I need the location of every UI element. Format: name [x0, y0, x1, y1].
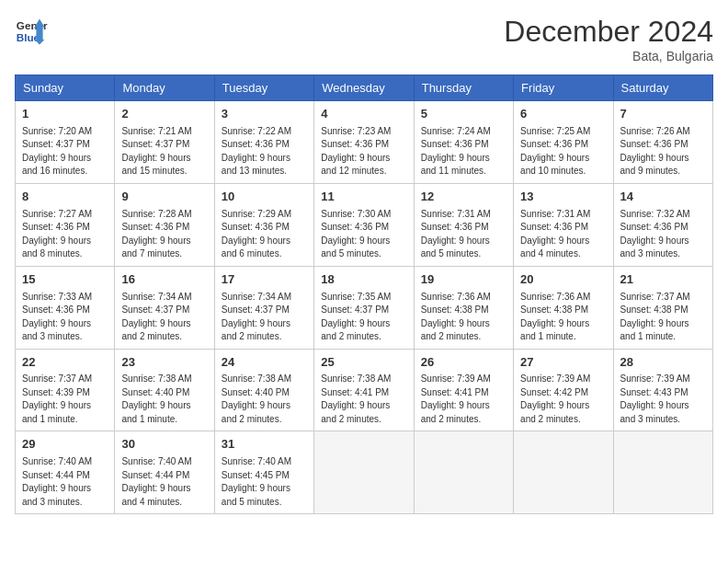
day-number: 2: [121, 106, 207, 123]
day-number: 28: [620, 354, 706, 372]
calendar-week-5: 29Sunrise: 7:40 AMSunset: 4:44 PMDayligh…: [16, 431, 713, 514]
calendar-cell: 2Sunrise: 7:21 AMSunset: 4:37 PMDaylight…: [115, 101, 214, 184]
day-info: Sunrise: 7:23 AMSunset: 4:36 PMDaylight:…: [321, 125, 406, 178]
calendar-cell: 25Sunrise: 7:38 AMSunset: 4:41 PMDayligh…: [314, 349, 414, 431]
day-number: 4: [321, 106, 406, 123]
day-info: Sunrise: 7:39 AMSunset: 4:43 PMDaylight:…: [620, 373, 706, 426]
weekday-header-saturday: Saturday: [613, 75, 712, 101]
day-info: Sunrise: 7:30 AMSunset: 4:36 PMDaylight:…: [321, 208, 406, 261]
day-number: 27: [520, 354, 606, 372]
day-info: Sunrise: 7:32 AMSunset: 4:36 PMDaylight:…: [620, 208, 706, 261]
day-info: Sunrise: 7:34 AMSunset: 4:37 PMDaylight:…: [121, 291, 207, 344]
weekday-header-friday: Friday: [514, 75, 613, 101]
weekday-header-tuesday: Tuesday: [214, 75, 313, 101]
calendar-week-2: 8Sunrise: 7:27 AMSunset: 4:36 PMDaylight…: [16, 183, 713, 266]
day-info: Sunrise: 7:33 AMSunset: 4:36 PMDaylight:…: [22, 291, 108, 344]
calendar-cell: 22Sunrise: 7:37 AMSunset: 4:39 PMDayligh…: [16, 349, 115, 431]
calendar-week-4: 22Sunrise: 7:37 AMSunset: 4:39 PMDayligh…: [16, 349, 713, 431]
calendar-cell: 1Sunrise: 7:20 AMSunset: 4:37 PMDaylight…: [16, 101, 115, 184]
weekday-header-wednesday: Wednesday: [314, 75, 414, 101]
title-area: December 2024 Bata, Bulgaria: [504, 15, 713, 63]
day-info: Sunrise: 7:37 AMSunset: 4:39 PMDaylight:…: [22, 373, 108, 426]
day-number: 1: [22, 106, 108, 123]
day-info: Sunrise: 7:26 AMSunset: 4:36 PMDaylight:…: [620, 125, 706, 178]
weekday-header-sunday: Sunday: [16, 75, 115, 101]
day-number: 8: [22, 189, 108, 206]
calendar-cell: [314, 431, 414, 514]
day-info: Sunrise: 7:25 AMSunset: 4:36 PMDaylight:…: [520, 125, 606, 178]
calendar-cell: 29Sunrise: 7:40 AMSunset: 4:44 PMDayligh…: [16, 431, 115, 514]
calendar-week-1: 1Sunrise: 7:20 AMSunset: 4:37 PMDaylight…: [16, 101, 713, 184]
calendar-cell: 8Sunrise: 7:27 AMSunset: 4:36 PMDaylight…: [16, 183, 115, 266]
calendar-cell: 23Sunrise: 7:38 AMSunset: 4:40 PMDayligh…: [115, 349, 214, 431]
page-header: General Blue December 2024 Bata, Bulgari…: [15, 15, 713, 63]
day-info: Sunrise: 7:37 AMSunset: 4:38 PMDaylight:…: [620, 291, 706, 344]
day-info: Sunrise: 7:27 AMSunset: 4:36 PMDaylight:…: [22, 208, 108, 261]
day-info: Sunrise: 7:34 AMSunset: 4:37 PMDaylight:…: [222, 291, 307, 344]
day-info: Sunrise: 7:29 AMSunset: 4:36 PMDaylight:…: [222, 208, 307, 261]
calendar-cell: 11Sunrise: 7:30 AMSunset: 4:36 PMDayligh…: [314, 183, 414, 266]
day-info: Sunrise: 7:28 AMSunset: 4:36 PMDaylight:…: [121, 208, 207, 261]
day-info: Sunrise: 7:38 AMSunset: 4:40 PMDaylight:…: [121, 373, 207, 426]
day-number: 14: [620, 189, 706, 206]
day-number: 26: [421, 354, 506, 372]
calendar-cell: 19Sunrise: 7:36 AMSunset: 4:38 PMDayligh…: [414, 266, 513, 349]
calendar-cell: 9Sunrise: 7:28 AMSunset: 4:36 PMDaylight…: [115, 183, 214, 266]
weekday-header-monday: Monday: [115, 75, 214, 101]
day-number: 12: [421, 189, 506, 206]
calendar-cell: 17Sunrise: 7:34 AMSunset: 4:37 PMDayligh…: [214, 266, 313, 349]
day-info: Sunrise: 7:36 AMSunset: 4:38 PMDaylight:…: [421, 291, 506, 344]
logo-icon: General Blue: [15, 15, 48, 48]
day-number: 5: [421, 106, 506, 123]
calendar-cell: 10Sunrise: 7:29 AMSunset: 4:36 PMDayligh…: [214, 183, 313, 266]
calendar-cell: 26Sunrise: 7:39 AMSunset: 4:41 PMDayligh…: [414, 349, 513, 431]
calendar-cell: 28Sunrise: 7:39 AMSunset: 4:43 PMDayligh…: [613, 349, 712, 431]
day-info: Sunrise: 7:36 AMSunset: 4:38 PMDaylight:…: [520, 291, 606, 344]
day-info: Sunrise: 7:40 AMSunset: 4:44 PMDaylight:…: [121, 455, 207, 509]
calendar-cell: 30Sunrise: 7:40 AMSunset: 4:44 PMDayligh…: [115, 431, 214, 514]
day-number: 24: [222, 354, 307, 372]
day-number: 19: [421, 271, 506, 289]
day-number: 31: [222, 436, 307, 454]
calendar-cell: 4Sunrise: 7:23 AMSunset: 4:36 PMDaylight…: [314, 101, 414, 184]
day-number: 22: [22, 354, 108, 372]
day-number: 30: [121, 436, 207, 454]
day-number: 29: [22, 436, 108, 454]
weekday-header-thursday: Thursday: [414, 75, 513, 101]
day-number: 21: [620, 271, 706, 289]
calendar-cell: 15Sunrise: 7:33 AMSunset: 4:36 PMDayligh…: [16, 266, 115, 349]
day-info: Sunrise: 7:20 AMSunset: 4:37 PMDaylight:…: [22, 125, 108, 178]
calendar-cell: [414, 431, 513, 514]
calendar-cell: 5Sunrise: 7:24 AMSunset: 4:36 PMDaylight…: [414, 101, 513, 184]
day-info: Sunrise: 7:39 AMSunset: 4:42 PMDaylight:…: [520, 373, 606, 426]
calendar-cell: 18Sunrise: 7:35 AMSunset: 4:37 PMDayligh…: [314, 266, 414, 349]
calendar-cell: 20Sunrise: 7:36 AMSunset: 4:38 PMDayligh…: [514, 266, 613, 349]
calendar-cell: 12Sunrise: 7:31 AMSunset: 4:36 PMDayligh…: [414, 183, 513, 266]
day-info: Sunrise: 7:35 AMSunset: 4:37 PMDaylight:…: [321, 291, 406, 344]
calendar-cell: 31Sunrise: 7:40 AMSunset: 4:45 PMDayligh…: [214, 431, 313, 514]
calendar-cell: 21Sunrise: 7:37 AMSunset: 4:38 PMDayligh…: [613, 266, 712, 349]
calendar-week-3: 15Sunrise: 7:33 AMSunset: 4:36 PMDayligh…: [16, 266, 713, 349]
day-info: Sunrise: 7:31 AMSunset: 4:36 PMDaylight:…: [421, 208, 506, 261]
calendar-table: SundayMondayTuesdayWednesdayThursdayFrid…: [15, 75, 713, 514]
month-title: December 2024: [504, 15, 713, 49]
logo: General Blue: [15, 15, 48, 48]
calendar-cell: 7Sunrise: 7:26 AMSunset: 4:36 PMDaylight…: [613, 101, 712, 184]
calendar-cell: [514, 431, 613, 514]
calendar-cell: 13Sunrise: 7:31 AMSunset: 4:36 PMDayligh…: [514, 183, 613, 266]
day-info: Sunrise: 7:40 AMSunset: 4:44 PMDaylight:…: [22, 455, 108, 509]
day-number: 25: [321, 354, 406, 372]
location: Bata, Bulgaria: [504, 49, 713, 63]
day-info: Sunrise: 7:31 AMSunset: 4:36 PMDaylight:…: [520, 208, 606, 261]
day-number: 6: [520, 106, 606, 123]
calendar-cell: 27Sunrise: 7:39 AMSunset: 4:42 PMDayligh…: [514, 349, 613, 431]
calendar-cell: 3Sunrise: 7:22 AMSunset: 4:36 PMDaylight…: [214, 101, 313, 184]
calendar-cell: 6Sunrise: 7:25 AMSunset: 4:36 PMDaylight…: [514, 101, 613, 184]
calendar-cell: 24Sunrise: 7:38 AMSunset: 4:40 PMDayligh…: [214, 349, 313, 431]
day-info: Sunrise: 7:21 AMSunset: 4:37 PMDaylight:…: [121, 125, 207, 178]
day-number: 18: [321, 271, 406, 289]
weekday-header-row: SundayMondayTuesdayWednesdayThursdayFrid…: [16, 75, 713, 101]
day-number: 20: [520, 271, 606, 289]
day-info: Sunrise: 7:24 AMSunset: 4:36 PMDaylight:…: [421, 125, 506, 178]
day-number: 11: [321, 189, 406, 206]
